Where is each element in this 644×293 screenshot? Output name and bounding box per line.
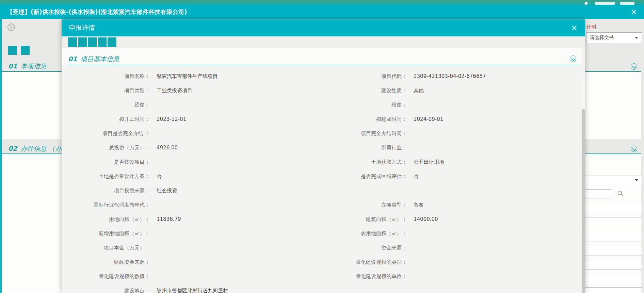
field-label: 项目类型：	[62, 87, 150, 94]
field-value: 2023-12-01	[150, 116, 320, 122]
form-row: 国标行业代码发布年代： 立项类型： 备案	[62, 198, 579, 212]
form-row: 建设地点： 随州市曾都区北郊街道九间屋村	[62, 283, 579, 293]
declaration-detail-modal: 申报详情 × 01项目基本信息 项目名称： 紫宸汽车零部件生产线项目 项目代码：…	[62, 19, 585, 293]
modal-toolbar-button[interactable]	[98, 37, 107, 47]
section-title-band	[62, 48, 582, 65]
field-label: 是否完成区域评估：	[320, 173, 407, 180]
field-value: 否	[407, 173, 579, 180]
collapse-chevron-icon[interactable]	[631, 146, 637, 152]
timer-label: 计时	[586, 24, 597, 30]
field-label: 量化建设规模的单位：	[320, 273, 407, 280]
field-value: 2024-09-01	[407, 116, 579, 122]
field-label: 项目投资来源：	[62, 188, 150, 194]
field-value: 备案	[407, 202, 579, 208]
form-row: 财政资金来源： 量化建设规模的类别：	[62, 255, 579, 269]
window-close-icon[interactable]: ×	[630, 8, 637, 16]
modal-title: 申报详情	[69, 23, 95, 32]
user-name-text	[595, 2, 615, 5]
field-value: 否	[150, 173, 320, 180]
field-label: 项目完全办结时间：	[320, 130, 407, 137]
field-value: 其他	[407, 87, 579, 94]
field-value: 14000.00	[407, 216, 579, 222]
field-value: 紫宸汽车零部件生产线项目	[150, 73, 320, 80]
search-icon[interactable]	[617, 190, 624, 197]
form-row: 项目类型： 工业类投资项目 建设性质： 其他	[62, 83, 579, 98]
form-row: 量化建设规模的数值： 量化建设规模的单位：	[62, 269, 579, 283]
section-number: 01	[68, 55, 77, 63]
form-row: 土地是否带设计方案： 否 是否完成区域评估： 否	[62, 169, 579, 183]
collapse-chevron-icon[interactable]	[570, 55, 576, 62]
scrollbar-track[interactable]	[582, 77, 585, 293]
modal-toolbar-button[interactable]	[88, 37, 97, 47]
field-label: 立项类型：	[320, 202, 407, 208]
form-row: 项目本金（万元）： 资金来源：	[62, 241, 579, 255]
document-select[interactable]: 请选择文书	[586, 32, 642, 43]
chevron-down-icon	[635, 37, 638, 39]
field-label: 项目是否完全办结'：	[62, 130, 150, 137]
form-row: 经度： 维度：	[62, 98, 579, 112]
field-label: 拟开工时间：	[62, 116, 150, 123]
section-header-item-info: 01事项信息	[8, 62, 46, 71]
document-select-value: 请选择文书	[590, 35, 614, 41]
section-divider	[68, 65, 579, 65]
page-action-buttons	[8, 46, 30, 55]
form-row: 拟开工时间： 2023-12-01 拟建成时间： 2024-09-01	[62, 112, 579, 126]
field-label: 项目名称：	[62, 73, 150, 80]
form-row: 是否技改项目： 土地获取方式： 公开出让用地	[62, 155, 579, 169]
field-label: 国标行业代码发布年代：	[62, 202, 150, 208]
page-action-button[interactable]	[8, 46, 17, 55]
window-title: 【受理】(新)供水报装-(供水报装)(湖北紫宸汽车部件科技有限公司)	[7, 8, 187, 16]
modal-toolbar	[62, 36, 585, 48]
field-value: 公开出让用地	[407, 159, 579, 165]
collapse-chevron-icon[interactable]	[631, 63, 637, 70]
section-header-project-basic-info: 01项目基本信息	[68, 55, 119, 64]
field-value: 11836.79	[150, 216, 320, 222]
field-value: 随州市曾都区北郊街道九间屋村	[150, 288, 320, 293]
field-label: 建筑面积（㎡）：	[320, 216, 407, 223]
field-label: 量化建设规模的数值：	[62, 273, 150, 280]
field-label: 是否技改项目：	[62, 159, 150, 165]
section-title: 办件信息 （办	[20, 145, 61, 152]
user-avatar-icon	[583, 1, 590, 5]
modal-toolbar-button[interactable]	[108, 37, 116, 47]
modal-header: 申报详情 ×	[62, 19, 585, 36]
form-row: 用地面积（㎡）： 11836.79 建筑面积（㎡）： 14000.00	[62, 212, 579, 226]
field-label: 农用地面积（㎡）：	[320, 230, 407, 237]
chevron-down-icon	[635, 179, 638, 181]
field-label: 资金来源：	[320, 245, 407, 251]
form-row: 新增用地面积（㎡）： 农用地面积（㎡）：	[62, 226, 579, 241]
field-label: 维度：	[320, 102, 407, 108]
scrollbar-thumb[interactable]	[582, 109, 585, 293]
top-user-strip	[0, 0, 644, 5]
user-menu-text[interactable]	[620, 2, 634, 5]
field-value: 2309-421303-04-02-676657	[407, 73, 579, 79]
field-label: 拟建成时间：	[320, 116, 407, 123]
field-label: 所属行业：	[320, 145, 407, 151]
page-action-button[interactable]	[21, 46, 30, 55]
field-value: 工业类投资项目	[150, 87, 320, 94]
section-title: 项目基本信息	[80, 55, 119, 63]
section-header-case-info: 02办件信息 （办	[8, 144, 62, 153]
field-value: 社会投资	[150, 188, 320, 194]
form-row: 项目是否完全办结'： 项目完全办结时间：	[62, 126, 579, 141]
field-label: 项目本金（万元）：	[62, 245, 150, 251]
field-label: 总投资（万元）：	[62, 145, 150, 151]
project-basic-info-form: 项目名称： 紫宸汽车零部件生产线项目 项目代码： 2309-421303-04-…	[62, 69, 579, 293]
section-title: 事项信息	[20, 62, 46, 70]
form-row: 项目名称： 紫宸汽车零部件生产线项目 项目代码： 2309-421303-04-…	[62, 69, 579, 83]
field-label: 项目代码：	[320, 73, 407, 80]
modal-close-icon[interactable]: ×	[571, 24, 578, 32]
help-icon[interactable]: ?	[7, 23, 15, 31]
modal-toolbar-button[interactable]	[68, 37, 77, 47]
form-row: 项目投资来源： 社会投资	[62, 183, 579, 198]
section-number: 01	[8, 62, 17, 70]
field-label: 土地是否带设计方案：	[62, 173, 150, 180]
form-row: 总投资（万元）： 4926.00 所属行业：	[62, 141, 579, 155]
field-label: 量化建设规模的类别：	[320, 259, 407, 265]
modal-toolbar-button[interactable]	[78, 37, 87, 47]
field-label: 新增用地面积（㎡）：	[62, 230, 150, 237]
section-number: 02	[8, 145, 17, 152]
modal-body: 01项目基本信息 项目名称： 紫宸汽车零部件生产线项目 项目代码： 2309-4…	[62, 48, 585, 293]
window-titlebar: 【受理】(新)供水报装-(供水报装)(湖北紫宸汽车部件科技有限公司) ×	[0, 5, 644, 19]
field-label: 土地获取方式：	[320, 159, 407, 165]
